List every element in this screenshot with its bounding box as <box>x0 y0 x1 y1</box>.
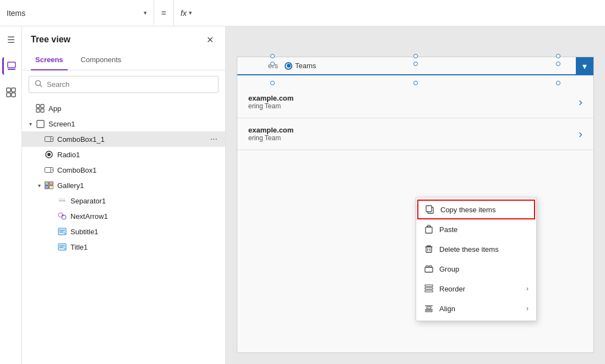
svg-rect-9 <box>41 104 44 108</box>
tab-components[interactable]: Components <box>77 51 126 70</box>
svg-rect-21 <box>45 186 49 189</box>
gallery-icon <box>44 180 54 190</box>
items-dropdown[interactable]: Items ▾ <box>0 0 154 26</box>
tree-item-gallery1[interactable]: ▾ Gallery1 <box>22 178 225 193</box>
canvas-item1-line2: ering Team <box>248 102 293 110</box>
svg-rect-34 <box>426 227 432 233</box>
fx-bar[interactable]: fx ▾ <box>174 0 605 26</box>
tree-item-combobox1-1[interactable]: ComboBox1_1 ··· <box>22 131 225 147</box>
tree-item-separator1[interactable]: Separator1 <box>22 193 225 208</box>
tree-item-radio1[interactable]: Radio1 <box>22 147 225 162</box>
canvas-item1-chevron-icon: › <box>579 96 582 108</box>
tree-header: Tree view ✕ <box>22 26 225 51</box>
svg-rect-41 <box>429 266 432 267</box>
svg-rect-39 <box>425 267 433 272</box>
control-line-row <box>237 75 593 86</box>
svg-rect-22 <box>50 186 53 189</box>
close-icon: ✕ <box>206 35 214 45</box>
separator1-label: Separator1 <box>70 197 221 205</box>
tree-close-button[interactable]: ✕ <box>203 33 216 46</box>
align-arrow-icon: › <box>526 305 528 312</box>
gallery1-chevron-icon[interactable]: ▾ <box>35 181 43 189</box>
components-icon[interactable] <box>2 84 20 101</box>
paste-label: Paste <box>439 225 457 234</box>
canvas-tab-row: ers Teams ▾ <box>237 57 593 75</box>
more-options-icon[interactable]: ··· <box>207 134 221 144</box>
tree-item-screen1[interactable]: ▾ Screen1 <box>22 116 225 131</box>
app-icon <box>35 103 45 113</box>
tree-item-combobox1[interactable]: ComboBox1 <box>22 162 225 178</box>
search-icon <box>35 80 42 89</box>
context-menu-reorder[interactable]: Reorder › <box>416 279 536 299</box>
nextarrow1-label: NextArrow1 <box>70 212 221 220</box>
title1-spacer <box>48 243 56 251</box>
paste-icon <box>424 224 434 234</box>
subtitle1-spacer <box>48 228 56 235</box>
main-layout: ☰ Tree view ✕ Screens <box>0 26 605 364</box>
control-dot <box>556 54 560 58</box>
tree-item-nextarrow1[interactable]: NextArrow1 <box>22 208 225 224</box>
context-menu-group[interactable]: Group <box>416 259 536 279</box>
title-icon <box>57 242 67 252</box>
context-menu-delete[interactable]: Delete these items <box>416 239 536 259</box>
copy-icon <box>425 205 435 214</box>
tree-item-subtitle1[interactable]: Subtitle1 <box>22 224 225 239</box>
svg-rect-19 <box>45 182 49 185</box>
tree-content: App ▾ Screen1 <box>22 98 225 364</box>
canvas-item1-line1: example.com <box>248 94 293 102</box>
subtitle-icon <box>57 227 67 236</box>
radio-icon <box>44 150 54 159</box>
icon-bar: ☰ <box>0 26 22 364</box>
tab-screens[interactable]: Screens <box>31 51 68 70</box>
canvas-list-item-1: example.com ering Team › <box>237 86 593 118</box>
context-menu-copy[interactable]: Copy these items <box>417 200 535 219</box>
canvas-list-item-2: example.com ering Team › <box>237 118 593 150</box>
chevron-spacer <box>26 104 34 112</box>
svg-rect-11 <box>41 109 44 112</box>
svg-line-7 <box>40 85 42 87</box>
equals-sign: = <box>154 0 174 26</box>
svg-rect-33 <box>426 206 432 212</box>
control-dot <box>270 54 275 58</box>
control-dot <box>413 54 418 58</box>
svg-rect-10 <box>36 109 40 112</box>
nextarrow1-spacer <box>48 212 56 220</box>
svg-point-16 <box>47 153 51 156</box>
svg-rect-35 <box>428 225 430 227</box>
canvas-item2-line1: example.com <box>248 126 293 134</box>
context-menu-paste[interactable]: Paste <box>416 219 536 239</box>
svg-rect-26 <box>58 228 66 235</box>
hamburger-menu-icon[interactable]: ☰ <box>2 31 20 48</box>
svg-rect-23 <box>59 201 66 202</box>
svg-rect-20 <box>50 182 53 185</box>
items-label: Items <box>7 9 25 18</box>
svg-rect-2 <box>7 88 10 92</box>
tree-item-app[interactable]: App <box>22 101 225 116</box>
copy-label: Copy these items <box>440 206 495 214</box>
subtitle1-label: Subtitle1 <box>70 228 221 236</box>
svg-point-25 <box>62 215 66 219</box>
radio1-chevron-spacer <box>35 151 43 158</box>
control-dot <box>270 81 275 85</box>
tree-item-title1[interactable]: Title1 <box>22 239 225 255</box>
dropdown-arrow-icon: ▾ <box>144 9 147 16</box>
combobox1-1-chevron-spacer <box>35 135 43 143</box>
svg-rect-8 <box>36 104 40 108</box>
control-dot <box>413 62 418 66</box>
delete-label: Delete these items <box>439 245 499 253</box>
layers-icon[interactable] <box>2 57 20 75</box>
svg-rect-5 <box>12 93 15 97</box>
canvas-area: ers Teams ▾ <box>226 26 605 364</box>
screen1-chevron-icon[interactable]: ▾ <box>26 120 34 128</box>
screen1-label: Screen1 <box>48 120 221 128</box>
svg-rect-3 <box>12 88 15 92</box>
svg-rect-43 <box>425 288 433 289</box>
context-menu-align[interactable]: Align › <box>416 299 536 318</box>
radio1-label: Radio1 <box>57 151 221 159</box>
svg-rect-4 <box>7 93 10 97</box>
search-input[interactable] <box>47 80 212 89</box>
app-label: App <box>48 104 221 113</box>
combobox1-1-label: ComboBox1_1 <box>57 135 207 144</box>
search-box[interactable] <box>29 76 219 93</box>
canvas-dropdown-button[interactable]: ▾ <box>576 57 593 75</box>
